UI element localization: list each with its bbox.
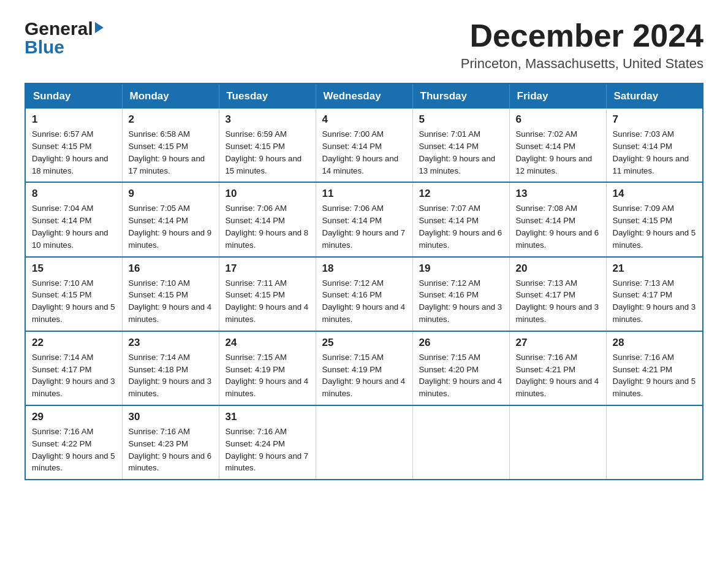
- logo-arrow-icon: [95, 22, 104, 33]
- sunrise-label: Sunrise: 7:12 AM: [419, 278, 480, 288]
- day-number: 27: [516, 337, 600, 349]
- header-friday: Friday: [509, 83, 606, 109]
- sunrise-label: Sunrise: 7:13 AM: [613, 278, 674, 288]
- daylight-label: Daylight: 9 hours and 15 minutes.: [226, 154, 302, 175]
- calendar-week-2: 8 Sunrise: 7:04 AM Sunset: 4:14 PM Dayli…: [25, 182, 703, 256]
- daylight-label: Daylight: 9 hours and 4 minutes.: [419, 377, 502, 398]
- sunrise-label: Sunrise: 7:11 AM: [226, 278, 287, 288]
- title-block: December 2024 Princeton, Massachusetts, …: [461, 18, 703, 72]
- calendar-header-row: SundayMondayTuesdayWednesdayThursdayFrid…: [25, 83, 703, 109]
- daylight-label: Daylight: 9 hours and 3 minutes.: [419, 302, 502, 324]
- sunset-label: Sunset: 4:19 PM: [226, 365, 286, 374]
- day-info: Sunrise: 7:06 AM Sunset: 4:14 PM Dayligh…: [322, 202, 406, 251]
- sunrise-label: Sunrise: 7:16 AM: [129, 427, 190, 436]
- day-info: Sunrise: 7:15 AM Sunset: 4:19 PM Dayligh…: [226, 351, 309, 400]
- calendar-cell: 8 Sunrise: 7:04 AM Sunset: 4:14 PM Dayli…: [25, 182, 122, 256]
- sunset-label: Sunset: 4:17 PM: [32, 365, 92, 374]
- location-subtitle: Princeton, Massachusetts, United States: [461, 56, 703, 72]
- day-number: 11: [322, 188, 406, 200]
- calendar-cell: 3 Sunrise: 6:59 AM Sunset: 4:15 PM Dayli…: [219, 109, 316, 182]
- calendar-cell: 12 Sunrise: 7:07 AM Sunset: 4:14 PM Dayl…: [412, 182, 509, 256]
- sunrise-label: Sunrise: 7:09 AM: [613, 204, 674, 213]
- calendar-table: SundayMondayTuesdayWednesdayThursdayFrid…: [25, 83, 703, 480]
- sunrise-label: Sunrise: 7:10 AM: [32, 278, 93, 288]
- daylight-label: Daylight: 9 hours and 6 minutes.: [419, 228, 502, 250]
- daylight-label: Daylight: 9 hours and 9 minutes.: [129, 228, 212, 250]
- day-info: Sunrise: 7:12 AM Sunset: 4:16 PM Dayligh…: [322, 277, 406, 326]
- daylight-label: Daylight: 9 hours and 18 minutes.: [32, 154, 108, 175]
- daylight-label: Daylight: 9 hours and 4 minutes.: [129, 302, 212, 324]
- daylight-label: Daylight: 9 hours and 5 minutes.: [613, 228, 696, 250]
- calendar-cell: 28 Sunrise: 7:16 AM Sunset: 4:21 PM Dayl…: [606, 331, 703, 405]
- day-info: Sunrise: 7:12 AM Sunset: 4:16 PM Dayligh…: [419, 277, 503, 326]
- day-info: Sunrise: 7:09 AM Sunset: 4:15 PM Dayligh…: [613, 202, 697, 251]
- header-tuesday: Tuesday: [219, 83, 316, 109]
- sunset-label: Sunset: 4:19 PM: [322, 365, 382, 374]
- day-number: 24: [226, 337, 309, 349]
- sunset-label: Sunset: 4:14 PM: [129, 216, 189, 225]
- page-header: General Blue December 2024 Princeton, Ma…: [25, 18, 703, 72]
- day-info: Sunrise: 7:04 AM Sunset: 4:14 PM Dayligh…: [32, 202, 116, 251]
- calendar-cell: 6 Sunrise: 7:02 AM Sunset: 4:14 PM Dayli…: [509, 109, 606, 182]
- header-monday: Monday: [122, 83, 219, 109]
- day-number: 8: [32, 188, 116, 200]
- sunrise-label: Sunrise: 7:16 AM: [516, 353, 577, 362]
- calendar-cell: 27 Sunrise: 7:16 AM Sunset: 4:21 PM Dayl…: [509, 331, 606, 405]
- day-info: Sunrise: 7:16 AM Sunset: 4:22 PM Dayligh…: [32, 426, 116, 474]
- day-info: Sunrise: 6:57 AM Sunset: 4:15 PM Dayligh…: [32, 128, 116, 177]
- daylight-label: Daylight: 9 hours and 4 minutes.: [226, 377, 309, 398]
- sunrise-label: Sunrise: 7:14 AM: [129, 353, 190, 362]
- sunrise-label: Sunrise: 7:00 AM: [322, 129, 384, 139]
- day-info: Sunrise: 7:10 AM Sunset: 4:15 PM Dayligh…: [129, 277, 213, 326]
- day-info: Sunrise: 7:11 AM Sunset: 4:15 PM Dayligh…: [226, 277, 309, 326]
- day-info: Sunrise: 7:14 AM Sunset: 4:18 PM Dayligh…: [129, 351, 213, 400]
- sunrise-label: Sunrise: 7:16 AM: [226, 427, 287, 436]
- daylight-label: Daylight: 9 hours and 12 minutes.: [516, 154, 593, 175]
- day-number: 31: [226, 411, 309, 423]
- sunrise-label: Sunrise: 7:01 AM: [419, 129, 480, 139]
- sunset-label: Sunset: 4:18 PM: [129, 365, 189, 374]
- sunset-label: Sunset: 4:14 PM: [419, 142, 479, 151]
- day-number: 13: [516, 188, 600, 200]
- day-info: Sunrise: 7:14 AM Sunset: 4:17 PM Dayligh…: [32, 351, 116, 400]
- calendar-cell: 26 Sunrise: 7:15 AM Sunset: 4:20 PM Dayl…: [412, 331, 509, 405]
- sunset-label: Sunset: 4:23 PM: [129, 439, 189, 448]
- daylight-label: Daylight: 9 hours and 13 minutes.: [419, 154, 496, 175]
- logo-general-text: General: [25, 18, 93, 39]
- sunrise-label: Sunrise: 7:14 AM: [32, 353, 93, 362]
- daylight-label: Daylight: 9 hours and 17 minutes.: [129, 154, 205, 175]
- day-info: Sunrise: 7:10 AM Sunset: 4:15 PM Dayligh…: [32, 277, 116, 326]
- sunrise-label: Sunrise: 7:13 AM: [516, 278, 577, 288]
- sunset-label: Sunset: 4:14 PM: [322, 142, 382, 151]
- day-info: Sunrise: 7:03 AM Sunset: 4:14 PM Dayligh…: [613, 128, 697, 177]
- day-number: 19: [419, 262, 503, 275]
- calendar-week-5: 29 Sunrise: 7:16 AM Sunset: 4:22 PM Dayl…: [25, 405, 703, 480]
- sunset-label: Sunset: 4:15 PM: [32, 290, 92, 299]
- sunrise-label: Sunrise: 6:57 AM: [32, 129, 93, 139]
- sunrise-label: Sunrise: 7:16 AM: [32, 427, 93, 436]
- day-info: Sunrise: 7:01 AM Sunset: 4:14 PM Dayligh…: [419, 128, 503, 177]
- sunrise-label: Sunrise: 7:05 AM: [129, 204, 190, 213]
- day-number: 4: [322, 113, 406, 126]
- calendar-cell: 18 Sunrise: 7:12 AM Sunset: 4:16 PM Dayl…: [316, 257, 412, 331]
- sunset-label: Sunset: 4:17 PM: [613, 290, 673, 299]
- day-info: Sunrise: 6:59 AM Sunset: 4:15 PM Dayligh…: [226, 128, 309, 177]
- sunset-label: Sunset: 4:21 PM: [516, 365, 576, 374]
- daylight-label: Daylight: 9 hours and 4 minutes.: [322, 377, 406, 398]
- day-info: Sunrise: 7:16 AM Sunset: 4:21 PM Dayligh…: [516, 351, 600, 400]
- day-number: 2: [129, 113, 213, 126]
- sunset-label: Sunset: 4:20 PM: [419, 365, 479, 374]
- calendar-cell: 25 Sunrise: 7:15 AM Sunset: 4:19 PM Dayl…: [316, 331, 412, 405]
- sunrise-label: Sunrise: 6:59 AM: [226, 129, 287, 139]
- day-number: 16: [129, 262, 213, 275]
- day-number: 29: [32, 411, 116, 423]
- daylight-label: Daylight: 9 hours and 3 minutes.: [516, 302, 599, 324]
- sunrise-label: Sunrise: 7:06 AM: [322, 204, 384, 213]
- calendar-cell: 19 Sunrise: 7:12 AM Sunset: 4:16 PM Dayl…: [412, 257, 509, 331]
- daylight-label: Daylight: 9 hours and 7 minutes.: [322, 228, 406, 250]
- daylight-label: Daylight: 9 hours and 3 minutes.: [32, 377, 115, 398]
- daylight-label: Daylight: 9 hours and 8 minutes.: [226, 228, 309, 250]
- sunrise-label: Sunrise: 7:08 AM: [516, 204, 577, 213]
- day-number: 5: [419, 113, 503, 126]
- daylight-label: Daylight: 9 hours and 5 minutes.: [32, 451, 115, 473]
